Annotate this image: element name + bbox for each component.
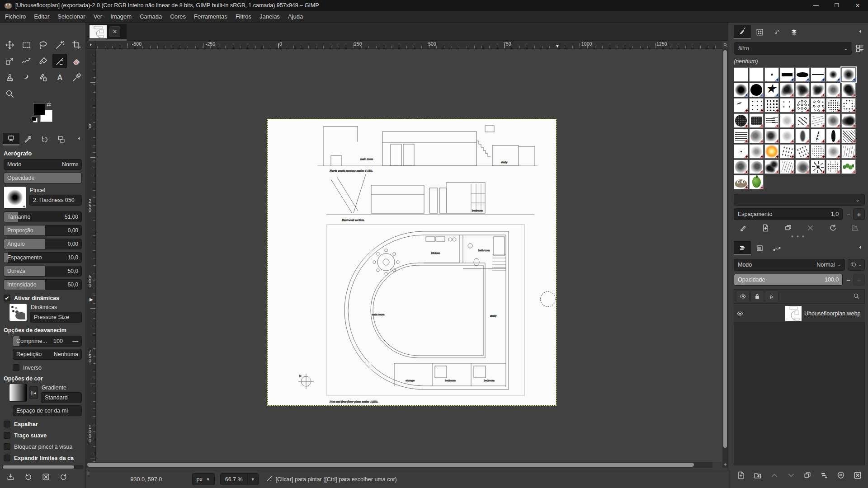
layer-opacity-slider[interactable]: Opacidade 100,0	[734, 274, 843, 286]
minimize-button[interactable]: —	[806, 0, 826, 11]
brush-star[interactable]: +	[764, 83, 779, 97]
view-as-list-icon[interactable]	[855, 43, 865, 53]
reset-mode-button[interactable]: ⌄	[848, 259, 865, 271]
brush-dotring[interactable]: +	[841, 98, 856, 113]
navigation-button[interactable]: ✛	[722, 462, 728, 468]
brush-diag[interactable]: +	[841, 129, 856, 143]
brush-fuzz[interactable]: +	[826, 83, 840, 97]
toggle-expandir-limites-da-ca[interactable]: Expandir limites da ca	[4, 455, 85, 461]
spacing-increase-button[interactable]: +	[853, 208, 865, 220]
canvas-hscrollbar[interactable]	[86, 462, 712, 468]
brush-selector[interactable]: + Pincel 2. Hardness 050	[4, 186, 82, 209]
dock-menu-icon[interactable]	[76, 136, 82, 143]
delete-layer-icon[interactable]	[853, 471, 862, 480]
tab-tool-options[interactable]	[3, 133, 19, 145]
delete-brush-icon[interactable]	[806, 224, 815, 232]
brush-streaks2[interactable]: +	[780, 160, 794, 174]
brush-vblob[interactable]: +	[795, 129, 810, 143]
brush-rice[interactable]: +	[795, 113, 810, 128]
color-picker-tool[interactable]	[70, 70, 83, 84]
brush-soft2[interactable]: +	[841, 67, 856, 82]
close-image-icon[interactable]: ✕	[109, 26, 120, 37]
brush-splat3[interactable]: +	[811, 83, 825, 97]
tab-images[interactable]	[53, 133, 70, 145]
brush-blank[interactable]	[749, 67, 764, 82]
brush-glow[interactable]: +	[764, 144, 779, 159]
menu-ajuda[interactable]: Ajuda	[284, 11, 307, 22]
opacity-slider[interactable]: Opacidade	[4, 173, 82, 183]
menu-imagem[interactable]: Imagem	[106, 11, 136, 22]
flip-gradient-icon[interactable]: [|◂	[29, 386, 38, 399]
brush-blotch2[interactable]: +	[841, 113, 856, 128]
brush-faint[interactable]: +	[780, 113, 794, 128]
slider-espaçamento[interactable]: Espaçamento10,0	[4, 252, 82, 263]
repeat-dropdown[interactable]: Repetição Nenhuma	[13, 349, 82, 360]
gradient-selector[interactable]: [|◂ Gradiente Standard	[9, 384, 82, 403]
brush-hline[interactable]: +	[811, 67, 825, 82]
airbrush-tool[interactable]	[53, 54, 66, 68]
canvas-viewport[interactable]: main room study North-south section; sca…	[96, 49, 722, 462]
brush-smoke[interactable]: +	[749, 129, 764, 143]
save-preset-icon[interactable]	[6, 473, 15, 481]
brush-sketch[interactable]: +	[811, 113, 825, 128]
duplicate-brush-icon[interactable]	[784, 224, 793, 232]
slider-tamanho[interactable]: Tamanho51,00	[4, 211, 82, 222]
lower-layer-icon[interactable]	[787, 471, 796, 480]
reverse-checkbox[interactable]: Inverso	[13, 364, 85, 371]
brush-splat2[interactable]: +	[795, 83, 810, 97]
crop-tool[interactable]	[70, 38, 83, 52]
brush-grain[interactable]: +	[826, 98, 840, 113]
dock-menu-icon[interactable]	[857, 244, 863, 252]
brush-spiky[interactable]: +	[811, 160, 825, 174]
brush-pebb[interactable]: +	[795, 98, 810, 113]
open-brush-as-image-icon[interactable]	[851, 224, 859, 232]
brush-sparse2[interactable]: +	[780, 98, 794, 113]
slider-dureza[interactable]: Dureza50,0	[4, 266, 82, 277]
gradient-thumbnail[interactable]	[9, 384, 27, 402]
brush-grain2[interactable]: +	[811, 144, 825, 159]
gradient-name[interactable]: Standard	[41, 392, 82, 403]
brush-vine[interactable]: +	[841, 160, 856, 174]
refresh-brushes-icon[interactable]	[829, 224, 837, 232]
brush-softblob[interactable]: +	[749, 144, 764, 159]
tab-layers[interactable]	[734, 241, 751, 255]
brush-smudge[interactable]: +	[764, 129, 779, 143]
brush-blob2[interactable]: +	[749, 160, 764, 174]
brush-patch[interactable]: +	[749, 113, 764, 128]
brush-dot[interactable]: +	[764, 67, 779, 82]
menu-cores[interactable]: Cores	[166, 11, 190, 22]
tab-undo-history[interactable]	[36, 133, 53, 145]
brush-specks2[interactable]: +	[795, 144, 810, 159]
layer-name[interactable]: Uhousefloorplan.webp	[804, 310, 860, 317]
dock-menu-icon[interactable]	[857, 28, 863, 36]
brush-blob[interactable]: +	[734, 160, 748, 174]
panel-grip[interactable]: ⣿	[87, 470, 90, 475]
slider-intensidade[interactable]: Intensidade50,0	[4, 279, 82, 290]
swap-colors-icon[interactable]: ⇄	[47, 101, 51, 108]
tab-channels[interactable]	[751, 241, 768, 255]
brush-filter-input[interactable]: filtro ⌄	[734, 42, 852, 55]
toggle-bloquear-pincel-visua[interactable]: Bloquear pincel à visua	[4, 443, 85, 450]
brush-specks[interactable]: +	[780, 144, 794, 159]
slider-ângulo[interactable]: Ângulo0,00	[4, 239, 82, 249]
maximize-button[interactable]: ❐	[826, 0, 847, 11]
brush-circle[interactable]: +	[749, 83, 764, 97]
menu-ver[interactable]: Ver	[90, 11, 107, 22]
mode-dropdown[interactable]: Modo Normal	[4, 159, 82, 170]
menu-ferramentas[interactable]: Ferramentas	[190, 11, 231, 22]
foreground-color-swatch[interactable]	[33, 103, 45, 115]
brush-sparse[interactable]: +	[749, 98, 764, 113]
warp-tool[interactable]	[19, 54, 33, 68]
tab-device-status[interactable]	[19, 133, 36, 145]
brush-tinydot[interactable]: +	[734, 144, 748, 159]
text-tool[interactable]: A	[53, 70, 66, 84]
restore-preset-icon[interactable]	[24, 473, 33, 481]
ruler-corner-button[interactable]	[86, 41, 96, 49]
brush-bar[interactable]: +	[780, 67, 794, 82]
menu-selecionar[interactable]: Selecionar	[53, 11, 89, 22]
smudge-tool[interactable]	[19, 70, 33, 84]
spacing-decrease-icon[interactable]: −	[846, 211, 850, 218]
blend-space-dropdown[interactable]: Espaço de cor da mi	[13, 405, 82, 416]
dynamics-name[interactable]: Pressure Size	[30, 312, 82, 323]
toggle-tra-o-suave[interactable]: Traço suave	[4, 432, 85, 439]
